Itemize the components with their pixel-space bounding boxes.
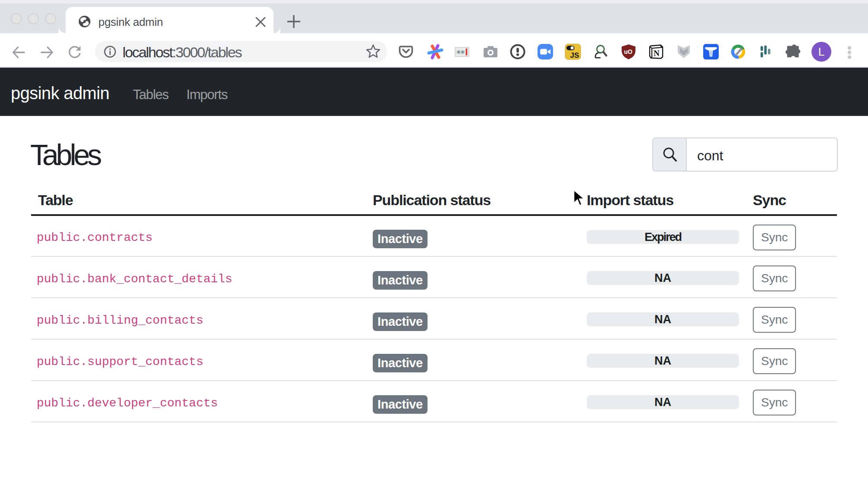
svg-text:N: N <box>654 49 660 58</box>
svg-text:uO: uO <box>624 48 633 55</box>
svg-text:✳: ✳ <box>460 49 465 56</box>
svg-text:JS: JS <box>570 51 579 59</box>
